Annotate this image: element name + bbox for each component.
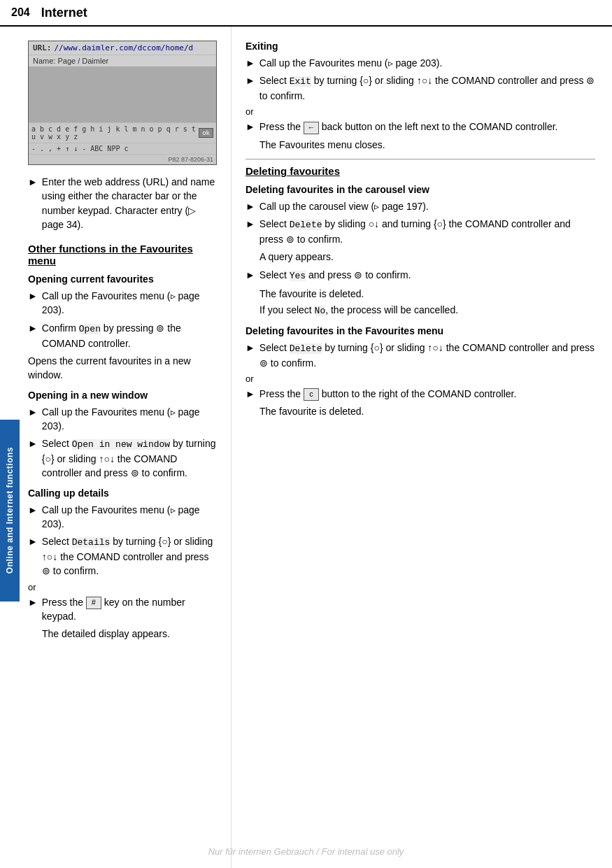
arrow-icon: ► [28,534,38,578]
arrow-icon: ► [28,405,38,434]
arrow-icon: ► [28,503,38,532]
new-window-bullet-1: ► Call up the Favourites menu (▹ page 20… [28,405,217,434]
intro-bullet: ► Enter the web address (URL) and name u… [28,175,217,232]
screenshot-id: P82 87-8206-31 [29,154,216,164]
deleting-favourites-sub: Deleting favourites in the Favourites me… [245,325,595,336]
section-divider [245,159,595,159]
opening-favourites-bullet-2: ► Confirm Open by pressing ⊚ the COMAND … [28,321,217,350]
exiting-bullet-2: ► Select Exit by turning {○} or sliding … [245,73,595,103]
keyboard-chars: a b c d e f g h i j k l m n o p q r s t … [31,125,196,141]
main-content: URL: //www.daimler.com/dccom/home/d Name… [0,27,612,868]
page-title: Internet [41,6,87,20]
arrow-icon: ► [28,289,38,318]
deleting-carousel-note1: The favourite is deleted. [259,287,595,301]
ok-button: ok [199,128,213,138]
arrow-icon: ► [245,56,255,70]
header-bar: 204 Internet [0,0,612,27]
exiting-text-2: Select Exit by turning {○} or sliding ↑○… [259,73,595,103]
calling-details-text-2: Select Details by turning {○} or sliding… [42,534,217,578]
exiting-note: The Favourites menu closes. [259,138,595,152]
exiting-text-1: Call up the Favourites menu (▹ page 203)… [259,56,595,70]
opening-favourites-bullet-1: ► Call up the Favourites menu (▹ page 20… [28,289,217,318]
opening-favourites-note: Opens the current favourites in a new wi… [28,354,217,383]
calling-details-bullet-1: ► Call up the Favourites menu (▹ page 20… [28,503,217,532]
screenshot-middle [29,66,216,122]
deleting-carousel-bullet-2: ► Select Delete by sliding ○↓ and turnin… [245,217,595,246]
opening-current-favourites-heading: Opening current favourites [28,273,217,285]
new-window-text-2: Select Open in new window by turning {○}… [42,436,217,480]
exiting-or-bullet: ► Press the ← back button on the left ne… [245,120,595,134]
exiting-or-text: Press the ← back button on the left next… [259,120,595,134]
arrow-icon: ► [245,120,255,134]
arrow-icon: ► [28,595,38,624]
left-column: URL: //www.daimler.com/dccom/home/d Name… [0,27,231,868]
page-number: 204 [11,6,30,19]
deleting-carousel-bullet-1: ► Call up the carousel view (▹ page 197)… [245,199,595,213]
bottom-chars: - . , + ↑ ↓ - ABC NPP c [29,143,216,154]
c-button: c [304,388,319,401]
side-tab-label: Online and Internet functions [5,447,15,574]
calling-details-heading: Calling up details [28,488,217,499]
new-window-text-1: Call up the Favourites menu (▹ page 203)… [42,405,217,434]
deleting-carousel-sub: Deleting favourites in the carousel view [245,184,595,195]
hash-key: # [86,597,101,609]
new-window-bullet-2: ► Select Open in new window by turning {… [28,436,217,480]
other-functions-heading: Other functions in the Favourites menu [28,243,217,266]
right-column: Exiting ► Call up the Favourites menu (▹… [231,27,612,868]
arrow-icon: ► [28,436,38,480]
arrow-icon: ► [245,73,255,103]
deleting-carousel-text-2: Select Delete by sliding ○↓ and turning … [259,217,595,246]
deleting-or-bullet: ► Press the c button to the right of the… [245,387,595,401]
query-appears-note: A query appears. [259,250,595,264]
arrow-icon: ► [245,341,255,370]
deleting-note: The favourite is deleted. [259,404,595,418]
name-bar: Name: Page / Daimler [29,55,216,66]
arrow-icon: ► [245,268,255,283]
calling-details-note: The detailed display appears. [42,627,217,641]
calling-details-text-1: Call up the Favourites menu (▹ page 203)… [42,503,217,532]
calling-details-or-text: Press the # key on the number keypad. [42,595,217,624]
calling-details-bullet-2: ► Select Details by turning {○} or slidi… [28,534,217,578]
url-bar: URL: //www.daimler.com/dccom/home/d [29,41,216,55]
or-text-1: or [28,582,217,592]
deleting-favourites-bullet-1: ► Select Delete by turning {○} or slidin… [245,341,595,370]
deleting-carousel-note2: If you select No, the process will be ca… [259,303,595,318]
or-text-exiting: or [245,106,595,117]
back-button: ← [304,122,319,134]
or-text-deleting: or [245,373,595,384]
deleting-carousel-bullet-3: ► Select Yes and press ⊚ to confirm. [245,268,595,283]
opening-new-window-heading: Opening in a new window [28,390,217,401]
arrow-icon: ► [245,387,255,401]
arrow-icon: ► [28,175,38,232]
screenshot-image: URL: //www.daimler.com/dccom/home/d Name… [28,41,217,165]
watermark: Nur für internen Gebrauch / For internal… [208,846,404,857]
url-value: //www.daimler.com/dccom/home/d [55,43,194,52]
deleting-favourites-text-1: Select Delete by turning {○} or sliding … [259,341,595,370]
deleting-carousel-text-1: Call up the carousel view (▹ page 197). [259,199,595,213]
opening-favourites-text-1: Call up the Favourites menu (▹ page 203)… [42,289,217,318]
deleting-heading: Deleting favourites [245,165,595,177]
arrow-icon: ► [245,217,255,246]
deleting-carousel-text-3: Select Yes and press ⊚ to confirm. [259,268,595,283]
exiting-heading: Exiting [245,41,595,52]
deleting-or-text: Press the c button to the right of the C… [259,387,595,401]
arrow-icon: ► [28,321,38,350]
side-tab: Online and Internet functions [0,420,20,602]
keyboard-row: a b c d e f g h i j k l m n o p q r s t … [29,122,216,143]
opening-favourites-text-2: Confirm Open by pressing ⊚ the COMAND co… [42,321,217,350]
calling-details-or-bullet: ► Press the # key on the number keypad. [28,595,217,624]
arrow-icon: ► [245,199,255,213]
exiting-bullet-1: ► Call up the Favourites menu (▹ page 20… [245,56,595,70]
intro-text: Enter the web address (URL) and name usi… [42,175,217,232]
url-label: URL: [33,43,52,52]
